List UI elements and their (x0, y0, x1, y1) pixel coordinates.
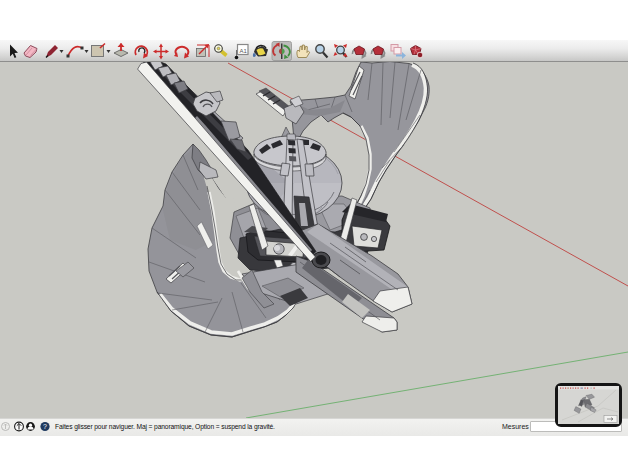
svg-text:?: ? (43, 423, 47, 430)
svg-text:A1: A1 (240, 48, 248, 54)
